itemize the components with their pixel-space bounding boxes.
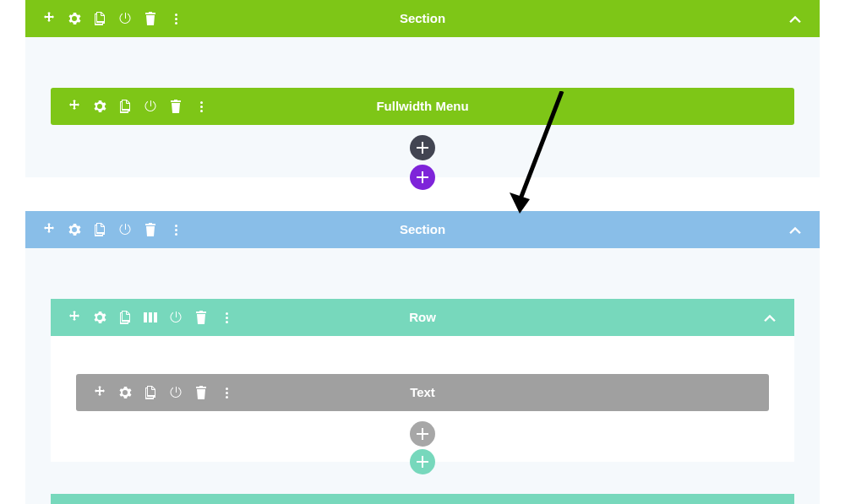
add-row-button[interactable] bbox=[410, 449, 435, 474]
gear-icon[interactable] bbox=[93, 100, 106, 113]
section-label: Section bbox=[400, 222, 445, 236]
more-icon[interactable] bbox=[220, 311, 233, 324]
power-icon[interactable] bbox=[144, 100, 157, 113]
chevron-up-icon[interactable] bbox=[788, 11, 803, 26]
duplicate-icon[interactable] bbox=[93, 223, 106, 236]
section-1: Section Fullwidth Menu bbox=[25, 0, 820, 203]
add-module-button[interactable] bbox=[410, 421, 435, 447]
power-icon[interactable] bbox=[118, 223, 132, 236]
move-icon[interactable] bbox=[68, 311, 81, 324]
section-2: Section Row bbox=[25, 211, 820, 504]
power-icon[interactable] bbox=[169, 311, 183, 324]
plus-icon bbox=[417, 142, 428, 154]
section-body: Fullwidth Menu bbox=[25, 37, 820, 177]
add-module-button[interactable] bbox=[410, 135, 435, 160]
move-icon[interactable] bbox=[68, 100, 81, 113]
row-header[interactable]: Row bbox=[51, 494, 794, 504]
section-body: Row Text bbox=[25, 248, 820, 504]
row-1: Row Text bbox=[51, 299, 794, 487]
row-2: Row bbox=[51, 494, 794, 504]
fullwidth-menu-module[interactable]: Fullwidth Menu bbox=[51, 88, 794, 125]
chevron-up-icon[interactable] bbox=[762, 310, 777, 325]
more-icon[interactable] bbox=[194, 100, 208, 113]
gear-icon[interactable] bbox=[68, 223, 81, 236]
row-header[interactable]: Row bbox=[51, 299, 794, 336]
plus-icon bbox=[417, 428, 428, 440]
plus-icon bbox=[417, 456, 428, 468]
module-label: Fullwidth Menu bbox=[376, 99, 468, 113]
move-icon[interactable] bbox=[42, 223, 56, 236]
duplicate-icon[interactable] bbox=[93, 12, 106, 25]
text-module[interactable]: Text bbox=[76, 374, 769, 411]
row-body: Text bbox=[51, 336, 794, 462]
module-toolbar bbox=[93, 386, 233, 399]
duplicate-icon[interactable] bbox=[144, 386, 157, 399]
module-label: Text bbox=[410, 385, 435, 399]
row-label: Row bbox=[409, 310, 436, 324]
trash-icon[interactable] bbox=[194, 386, 208, 399]
trash-icon[interactable] bbox=[169, 100, 183, 113]
more-icon[interactable] bbox=[220, 386, 233, 399]
add-section-button[interactable] bbox=[410, 165, 435, 190]
trash-icon[interactable] bbox=[144, 223, 157, 236]
section-header[interactable]: Section bbox=[25, 0, 820, 37]
move-icon[interactable] bbox=[93, 386, 106, 399]
power-icon[interactable] bbox=[169, 386, 183, 399]
duplicate-icon[interactable] bbox=[118, 311, 132, 324]
duplicate-icon[interactable] bbox=[118, 100, 132, 113]
chevron-up-icon[interactable] bbox=[788, 222, 803, 237]
gear-icon[interactable] bbox=[68, 12, 81, 25]
trash-icon[interactable] bbox=[194, 311, 208, 324]
section-header[interactable]: Section bbox=[25, 211, 820, 248]
gear-icon[interactable] bbox=[93, 311, 106, 324]
more-icon[interactable] bbox=[169, 223, 183, 236]
trash-icon[interactable] bbox=[144, 12, 157, 25]
more-icon[interactable] bbox=[169, 12, 183, 25]
plus-icon bbox=[417, 171, 428, 183]
row-toolbar bbox=[68, 311, 233, 324]
move-icon[interactable] bbox=[42, 12, 56, 25]
module-toolbar bbox=[68, 100, 208, 113]
section-label: Section bbox=[400, 11, 445, 25]
columns-icon[interactable] bbox=[144, 311, 157, 324]
power-icon[interactable] bbox=[118, 12, 132, 25]
section-toolbar bbox=[42, 223, 183, 236]
gear-icon[interactable] bbox=[118, 386, 132, 399]
section-toolbar bbox=[42, 12, 183, 25]
